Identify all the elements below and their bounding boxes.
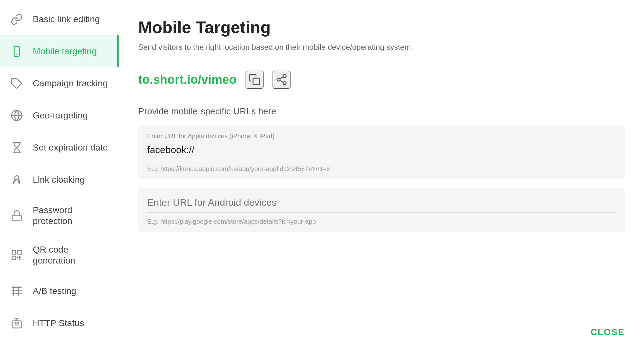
page-title: Mobile Targeting — [138, 18, 625, 37]
close-button[interactable]: CLOSE — [591, 327, 625, 337]
android-url-input[interactable] — [147, 195, 616, 213]
sidebar-item-campaign-tracking[interactable]: Campaign tracking — [0, 67, 119, 100]
lock-icon — [10, 209, 24, 223]
sidebar-item-label: Link cloaking — [33, 174, 85, 185]
svg-rect-9 — [12, 256, 16, 260]
sidebar: Basic link editing Mobile targeting Camp… — [0, 0, 119, 355]
sidebar-item-label: Password protection — [33, 205, 109, 226]
hourglass-icon — [10, 141, 24, 155]
mobile-icon — [10, 44, 24, 58]
sidebar-item-mobile-targeting[interactable]: Mobile targeting — [0, 35, 119, 67]
sidebar-item-label: Campaign tracking — [33, 78, 108, 89]
apple-input-label: Enter URL for Apple devices (iPhone & iP… — [147, 133, 616, 140]
qr-icon — [10, 248, 24, 262]
ab-icon — [10, 284, 24, 298]
sidebar-item-ab-testing[interactable]: A/B testing — [0, 275, 119, 307]
svg-rect-6 — [12, 215, 22, 221]
url-row: to.short.io/vimeo — [138, 71, 625, 89]
link-icon — [10, 12, 24, 26]
short-url: to.short.io/vimeo — [138, 73, 237, 87]
svg-rect-7 — [12, 251, 16, 254]
sidebar-item-geo-targeting[interactable]: Geo-targeting — [0, 100, 119, 132]
svg-rect-0 — [14, 46, 19, 56]
sidebar-item-label: HTTP Status — [33, 318, 84, 329]
svg-rect-18 — [253, 78, 260, 85]
sidebar-item-label: Mobile targeting — [33, 46, 97, 57]
apple-input-hint: E.g. https://itunes.apple.com/us/app/you… — [147, 160, 616, 179]
svg-point-16 — [15, 323, 15, 324]
robot-icon — [10, 316, 24, 330]
sidebar-item-label: Basic link editing — [33, 14, 100, 25]
page-subtitle: Send visitors to the right location base… — [138, 41, 625, 53]
sidebar-item-set-expiration-date[interactable]: Set expiration date — [0, 132, 119, 164]
sidebar-item-label: A/B testing — [33, 286, 76, 297]
share-button[interactable] — [273, 71, 291, 89]
sidebar-item-http-status[interactable]: HTTP Status — [0, 307, 119, 339]
svg-rect-8 — [18, 251, 21, 254]
sidebar-item-link-cloaking[interactable]: Link cloaking — [0, 164, 119, 196]
copy-button[interactable] — [246, 71, 264, 89]
svg-line-22 — [280, 80, 283, 82]
sidebar-item-label: Set expiration date — [33, 142, 108, 153]
sidebar-item-password-protection[interactable]: Password protection — [0, 196, 119, 235]
svg-point-17 — [18, 323, 19, 324]
sidebar-item-label: Geo-targeting — [33, 110, 88, 121]
sidebar-item-basic-link-editing[interactable]: Basic link editing — [0, 3, 119, 35]
android-input-group: E.g. https://play.google.com/store/apps/… — [138, 188, 625, 232]
svg-line-23 — [280, 77, 283, 79]
main-content: Mobile Targeting Send visitors to the ri… — [119, 0, 644, 355]
spy-icon — [10, 173, 24, 187]
sidebar-item-qr-code-generation[interactable]: QR code generation — [0, 235, 119, 275]
section-label: Provide mobile-specific URLs here — [138, 106, 625, 117]
svg-rect-15 — [12, 321, 22, 328]
tag-icon — [10, 76, 24, 91]
android-input-hint: E.g. https://play.google.com/store/apps/… — [147, 213, 616, 232]
apple-input-group: Enter URL for Apple devices (iPhone & iP… — [138, 126, 625, 179]
sidebar-item-label: QR code generation — [33, 244, 109, 266]
apple-url-input[interactable] — [147, 143, 616, 160]
globe-icon — [10, 108, 24, 123]
